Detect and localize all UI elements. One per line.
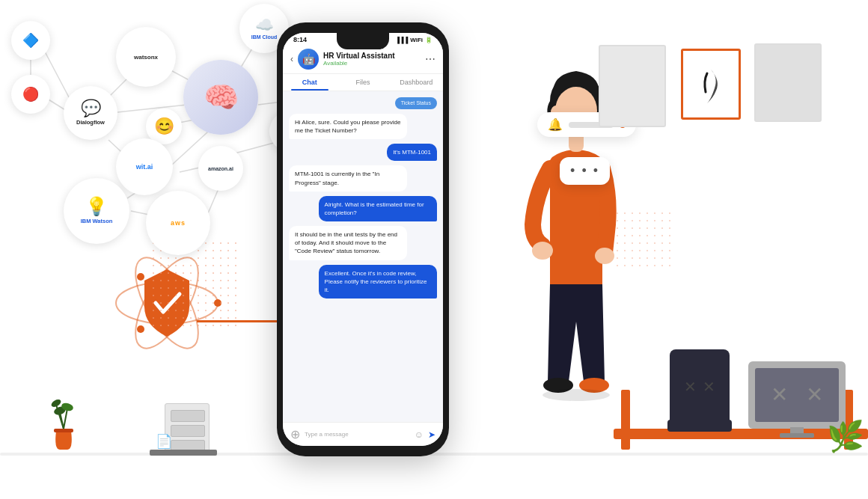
dialogflow-icon: 💬	[81, 100, 101, 117]
signal-icon: ▐▐▐	[395, 37, 408, 43]
wall-frame-1	[599, 45, 666, 127]
hr-avatar-icon: 🤖	[302, 53, 315, 65]
ticket-status-btn[interactable]: Ticket Status	[395, 97, 437, 109]
chat-area: Ticket Status Hi Alice, sure. Could you …	[283, 91, 443, 422]
chair-seat	[667, 420, 732, 432]
back-icon[interactable]: ‹	[290, 54, 293, 64]
node-watsonx: watsonx	[116, 27, 176, 87]
tab-files[interactable]: Files	[336, 74, 389, 91]
network-graph: 🔷 🔴 watsonx ☁️ IBM Cloud 🧠 🌿 Amazon Bedr…	[0, 0, 314, 464]
connector-line	[197, 320, 279, 322]
node-dialogflow: 💬 Dialogflow	[64, 86, 117, 140]
ibmwatson-icon: 💡	[85, 198, 108, 215]
node-ibmwatson: 💡 IBM Watson	[64, 178, 129, 244]
witai-label: wit.ai	[136, 163, 153, 171]
dialogflow-label: Dialogflow	[76, 119, 105, 126]
send-btn[interactable]: ➤	[428, 429, 435, 440]
desk-leg-left	[621, 390, 630, 450]
app-header-info: HR Virtual Assistant Available	[323, 52, 421, 67]
monitor-screen: ✕ ✕	[755, 368, 839, 422]
app-title: HR Virtual Assistant	[323, 52, 421, 60]
chat-input-icons: ☺ ➤	[415, 429, 435, 440]
aws-label: aws	[171, 219, 186, 227]
chat-input-placeholder[interactable]: Type a message	[305, 431, 410, 438]
brain-icon: 🧠	[204, 83, 239, 111]
add-icon[interactable]: ⊕	[290, 427, 300, 441]
azure-icon: 🔷	[22, 34, 39, 47]
plant-right: 🌿	[827, 419, 864, 454]
node-brain: 🧠	[183, 60, 258, 135]
hr-avatar: 🤖	[298, 49, 319, 70]
phone-time: 8:14	[293, 36, 307, 43]
node-witai: wit.ai	[116, 138, 173, 195]
msg-4: Alright. What is the estimated time for …	[319, 196, 437, 221]
tab-dashboard[interactable]: Dashboard	[390, 74, 443, 91]
app-tabs: Chat Files Dashboard	[283, 74, 443, 91]
bell-icon: 🔔	[548, 117, 563, 132]
svg-point-28	[532, 242, 553, 260]
chair-x2: ✕	[703, 378, 715, 396]
phone-notch	[337, 33, 389, 49]
ibmcloud-icon: ☁️	[255, 17, 274, 32]
gcloud-icon: 🔴	[22, 88, 39, 101]
monitor-base	[780, 433, 814, 438]
dots-decoration-right	[614, 209, 673, 269]
monitor-stand	[790, 427, 804, 433]
wall-frame-3	[754, 43, 822, 122]
calligraphy-art	[692, 62, 730, 107]
ibmcloud-label: IBM Cloud	[251, 34, 278, 40]
msg-2: It's MTM-1001	[387, 144, 437, 161]
node-azure: 🔷	[11, 21, 50, 60]
emoji-btn[interactable]: ☺	[415, 429, 424, 440]
battery-icon: 🔋	[425, 37, 433, 43]
monitor-display: ✕ ✕	[771, 385, 822, 405]
desk-items: 📄	[156, 433, 172, 450]
chat-input-bar: ⊕ Type a message ☺ ➤	[283, 422, 443, 446]
msg-5: It should be in the unit tests by the en…	[289, 226, 407, 260]
phone-status-icons: ▐▐▐ WiFi 🔋	[395, 37, 433, 43]
msg-1: Hi Alice, sure. Could you please provide…	[289, 114, 407, 139]
amazonai-label: amazon.ai	[208, 166, 233, 171]
phone-outer: 8:14 ▐▐▐ WiFi 🔋 ‹ 🤖 HR Virtual Assistant	[277, 22, 449, 456]
node-gcloud: 🔴	[11, 75, 50, 114]
phone-mockup: 8:14 ▐▐▐ WiFi 🔋 ‹ 🤖 HR Virtual Assistant	[277, 22, 449, 456]
chair-x1: ✕	[684, 378, 697, 396]
app-header-actions: ⋯	[425, 53, 435, 65]
watsonx-label: watsonx	[134, 54, 158, 61]
tab-chat[interactable]: Chat	[283, 74, 336, 91]
video-icon[interactable]: ⋯	[425, 53, 435, 65]
emoji-icon: 😊	[154, 117, 174, 136]
wifi-icon: WiFi	[410, 37, 423, 43]
wall-frame-2	[681, 49, 741, 120]
node-aws: aws	[146, 191, 210, 255]
desk-left	[150, 450, 217, 456]
app-status: Available	[323, 60, 421, 67]
ibmwatson-label: IBM Watson	[81, 218, 113, 224]
scene: 🔷 🔴 watsonx ☁️ IBM Cloud 🧠 🌿 Amazon Bedr…	[0, 0, 868, 499]
msg-3: MTM-1001 is currently in the "In Progres…	[289, 165, 407, 191]
chair-back: ✕ ✕	[670, 349, 730, 424]
node-amazonai: amazon.ai	[198, 146, 243, 191]
msg-6: Excellent. Once it's in code review, Ple…	[319, 265, 437, 299]
phone-screen: 8:14 ▐▐▐ WiFi 🔋 ‹ 🤖 HR Virtual Assistant	[283, 33, 443, 446]
